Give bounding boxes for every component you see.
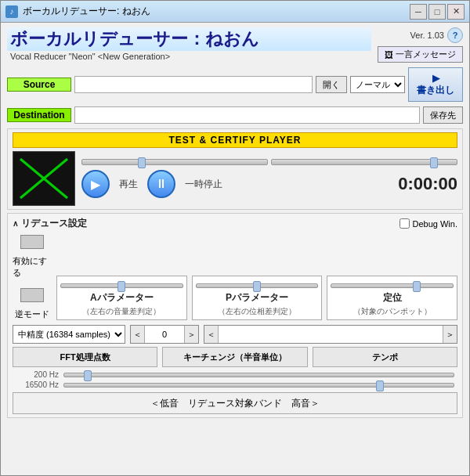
debug-row: Debug Win. — [400, 218, 457, 229]
header-section: ボーカルリデューサー：ねおん Vocal Reducer "Neon" <New… — [7, 27, 463, 64]
pause-label: 一時停止 — [185, 178, 222, 191]
enable-col: 有効にする 逆モード — [13, 235, 52, 320]
player-section: TEST & CERTIFY PLAYER — [7, 128, 463, 210]
param-pos-slider[interactable] — [331, 283, 454, 288]
section-header: ∧ リデュース設定 Debug Win. — [13, 217, 457, 230]
version-row: Ver. 1.03 ? — [410, 27, 463, 43]
title-bar-text: ボーカルリデューサー: ねおん — [23, 5, 410, 18]
num2-input[interactable] — [219, 330, 443, 339]
export-label: 書き出し — [417, 84, 454, 97]
freq1-track[interactable] — [63, 373, 454, 377]
test-banner: TEST & CERTIFY PLAYER — [13, 132, 457, 148]
app-icon: ♪ — [5, 5, 18, 18]
param-p-slider[interactable] — [196, 283, 319, 288]
param-a-box: Aパラメーター （左右の音量差判定） — [56, 276, 187, 320]
dest-input[interactable] — [74, 106, 420, 124]
dest-row: Destination 保存先 — [7, 106, 463, 124]
export-button[interactable]: ▶ 書き出し — [408, 67, 463, 102]
param-p-thumb[interactable] — [253, 281, 261, 292]
enable-checkbox[interactable] — [20, 235, 44, 249]
param-p-box: Pパラメーター （左右の位相差判定） — [192, 276, 323, 320]
num2-increment-button[interactable]: ＞ — [443, 326, 457, 343]
vol-track[interactable] — [271, 159, 457, 165]
key-button[interactable]: キーチェンジ（半音単位） — [162, 347, 307, 367]
source-input[interactable] — [74, 76, 313, 93]
fft-button[interactable]: FFT処理点数 — [13, 347, 157, 367]
function-buttons: FFT処理点数 キーチェンジ（半音単位） テンポ — [13, 347, 457, 367]
bottom-controls: 低精度 (8192 samples) 中精度 (16384 samples) 高… — [13, 325, 457, 344]
freq1-thumb[interactable] — [84, 370, 92, 381]
pause-icon: ⏸ — [155, 177, 168, 191]
num-control2: ＜ ＞ — [204, 325, 457, 344]
param-p-title: Pパラメーター — [196, 291, 319, 305]
dest-label: Destination — [7, 108, 71, 122]
param-a-slider[interactable] — [60, 283, 183, 288]
debug-checkbox[interactable] — [400, 218, 410, 229]
param-a-thumb[interactable] — [118, 281, 125, 292]
num2-decrement-button[interactable]: ＜ — [204, 326, 219, 343]
waveform-display — [13, 151, 75, 206]
app-title-en: Vocal Reducer "Neon" <New Generation> — [7, 52, 371, 61]
header-left: ボーカルリデューサー：ねおん Vocal Reducer "Neon" <New… — [7, 27, 371, 61]
mode-select[interactable]: ノーマル ハード ソフト — [350, 76, 405, 93]
tempo-button[interactable]: テンポ — [313, 347, 457, 367]
freq2-thumb[interactable] — [376, 380, 384, 391]
app-title-jp: ボーカルリデューサー：ねおん — [7, 27, 371, 51]
export-icon: ▶ — [432, 73, 439, 84]
minimize-button[interactable]: ─ — [410, 4, 427, 20]
title-bar-buttons: ─ □ ✕ — [410, 4, 465, 20]
message-button[interactable]: 🖼 一言メッセージ — [378, 46, 463, 63]
source-label: Source — [7, 78, 71, 92]
param-a-title: Aパラメーター — [60, 291, 183, 305]
message-label: 一言メッセージ — [396, 49, 456, 60]
num-increment-button[interactable]: ＞ — [184, 326, 198, 343]
params-row: 有効にする 逆モード Aパラメーター （左右の音量差判定） Pパラメーター — [13, 235, 457, 320]
section-title-text: リデュース設定 — [21, 217, 87, 230]
reverse-checkbox[interactable] — [20, 288, 44, 302]
reverse-label: 逆モード — [15, 308, 49, 320]
reduce-section: ∧ リデュース設定 Debug Win. 有効にする 逆モード — [7, 213, 463, 418]
debug-label: Debug Win. — [413, 219, 457, 229]
play-icon: ▶ — [91, 177, 100, 192]
version-text: Ver. 1.03 — [410, 31, 444, 40]
help-button[interactable]: ? — [447, 27, 463, 43]
waveform-x — [13, 152, 74, 205]
num-input[interactable] — [145, 330, 184, 339]
param-a-subtitle: （左右の音量差判定） — [60, 306, 183, 317]
maximize-button[interactable]: □ — [428, 4, 446, 20]
num-decrement-button[interactable]: ＜ — [131, 326, 145, 343]
freq2-track[interactable] — [63, 383, 454, 388]
title-bar: ♪ ボーカルリデューサー: ねおん ─ □ ✕ — [1, 1, 469, 23]
param-pos-subtitle: （対象のパンポット） — [331, 306, 454, 317]
param-pos-thumb[interactable] — [413, 281, 421, 292]
source-row: Source 開く ノーマル ハード ソフト ▶ 書き出し — [7, 67, 463, 102]
param-p-subtitle: （左右の位相差判定） — [196, 306, 319, 317]
freq1-label: 200 Hz — [16, 370, 59, 379]
section-title: ∧ リデュース設定 — [13, 217, 87, 230]
band-button[interactable]: ＜低音 リデュース対象バンド 高音＞ — [13, 392, 457, 414]
message-icon: 🖼 — [385, 50, 393, 60]
param-pos-title: 定位 — [331, 291, 454, 305]
freq-sliders: 200 Hz 16500 Hz — [13, 370, 457, 389]
freq-row-2: 16500 Hz — [16, 380, 454, 389]
pause-button[interactable]: ⏸ — [147, 170, 175, 198]
precision-select[interactable]: 低精度 (8192 samples) 中精度 (16384 samples) 高… — [13, 325, 125, 344]
param-pos-box: 定位 （対象のパンポット） — [327, 276, 457, 320]
player-inner: ▶ 再生 ⏸ 一時停止 0:00:00 — [13, 151, 457, 206]
freq2-label: 16500 Hz — [16, 380, 59, 389]
save-dest-button[interactable]: 保存先 — [423, 106, 463, 124]
freq-row-1: 200 Hz — [16, 370, 454, 379]
open-button[interactable]: 開く — [316, 76, 347, 93]
seek-bar-container — [81, 159, 457, 165]
controls-row: ▶ 再生 ⏸ 一時停止 0:00:00 — [81, 170, 457, 198]
play-button[interactable]: ▶ — [81, 170, 110, 198]
play-label: 再生 — [119, 178, 138, 191]
vol-thumb[interactable] — [430, 157, 438, 168]
collapse-arrow[interactable]: ∧ — [13, 219, 18, 228]
seek-track[interactable] — [81, 159, 268, 165]
seek-thumb[interactable] — [138, 157, 146, 168]
close-button[interactable]: ✕ — [447, 4, 465, 20]
header-right: Ver. 1.03 ? 🖼 一言メッセージ — [378, 27, 463, 63]
enable-label: 有効にする — [13, 255, 52, 279]
num-control: ＜ ＞ — [130, 325, 199, 344]
